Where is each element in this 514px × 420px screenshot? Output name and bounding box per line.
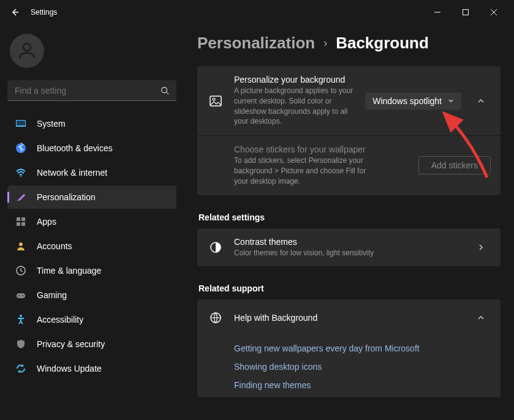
update-icon	[15, 362, 27, 375]
breadcrumb-current: Background	[336, 34, 429, 53]
back-button[interactable]	[6, 4, 23, 21]
sidebar-item-network[interactable]: Network & internet	[7, 161, 176, 184]
related-settings-header: Related settings	[198, 212, 501, 222]
sidebar-item-label: Time & language	[37, 266, 101, 276]
sidebar-item-label: Apps	[37, 217, 56, 227]
personalize-title: Personalize your background	[234, 75, 355, 84]
svg-rect-13	[17, 293, 25, 298]
chevron-up-icon	[477, 97, 485, 105]
search-icon	[161, 86, 169, 95]
personalize-background-row: Personalize your background A picture ba…	[197, 66, 501, 135]
collapse-button[interactable]	[471, 91, 491, 111]
sidebar-item-apps[interactable]: Apps	[7, 210, 176, 233]
minimize-button[interactable]	[423, 2, 452, 22]
contrast-icon	[207, 241, 224, 253]
svg-point-18	[213, 98, 215, 100]
contrast-sub: Color themes for low vision, light sensi…	[234, 248, 461, 258]
sidebar-item-system[interactable]: System	[7, 112, 176, 135]
sidebar-item-label: System	[37, 119, 66, 129]
window-title: Settings	[31, 8, 57, 17]
stickers-sub: To add stickers, select Personalize your…	[234, 156, 375, 186]
system-icon	[15, 118, 27, 130]
sidebar-item-accessibility[interactable]: Accessibility	[7, 308, 176, 331]
svg-rect-9	[17, 222, 20, 226]
close-button[interactable]	[480, 2, 508, 22]
dropdown-value: Windows spotlight	[372, 96, 442, 106]
sidebar-item-accounts[interactable]: Accounts	[7, 234, 176, 258]
help-link-icons[interactable]: Showing desktop icons	[234, 362, 464, 372]
picture-icon	[207, 94, 224, 108]
sidebar-item-label: Accounts	[37, 241, 72, 251]
stickers-row: Choose stickers for your wallpaper To ad…	[197, 135, 501, 195]
accessibility-icon	[15, 313, 27, 326]
svg-point-16	[20, 315, 22, 317]
related-support-header: Related support	[198, 283, 501, 293]
svg-point-6	[20, 176, 21, 177]
shield-icon	[15, 338, 27, 350]
svg-point-1	[23, 43, 31, 51]
personalize-sub: A picture background applies to your cur…	[234, 86, 355, 127]
maximize-button[interactable]	[452, 2, 480, 22]
sidebar-item-label: Network & internet	[37, 168, 107, 178]
svg-point-15	[22, 295, 23, 296]
help-background-row[interactable]: Help with Background	[197, 299, 501, 336]
svg-point-14	[18, 295, 20, 296]
breadcrumb-parent[interactable]: Personalization	[197, 34, 315, 53]
svg-rect-17	[210, 96, 221, 106]
sidebar-item-bluetooth[interactable]: Bluetooth & devices	[7, 137, 176, 160]
paintbrush-icon	[15, 191, 27, 203]
help-title: Help with Background	[234, 313, 461, 323]
svg-rect-8	[21, 217, 25, 221]
sidebar-item-label: Personalization	[37, 192, 96, 202]
sidebar-item-label: Windows Update	[37, 364, 102, 373]
svg-rect-10	[21, 222, 25, 226]
help-link-wallpapers[interactable]: Getting new wallpapers every day from Mi…	[234, 343, 464, 353]
svg-rect-0	[463, 10, 469, 15]
breadcrumb: Personalization › Background	[197, 34, 501, 53]
collapse-help-button[interactable]	[471, 308, 491, 328]
avatar[interactable]	[10, 34, 44, 68]
chevron-right-icon: ›	[323, 37, 327, 50]
background-type-dropdown[interactable]: Windows spotlight	[365, 92, 461, 110]
search-field[interactable]	[15, 86, 161, 96]
svg-rect-7	[17, 217, 20, 221]
sidebar-item-update[interactable]: Windows Update	[7, 357, 176, 380]
accounts-icon	[15, 240, 27, 252]
contrast-title: Contrast themes	[234, 237, 461, 247]
search-input[interactable]	[7, 80, 176, 101]
svg-point-2	[162, 87, 167, 92]
wifi-icon	[15, 167, 27, 179]
stickers-title: Choose stickers for your wallpaper	[234, 144, 409, 154]
svg-rect-4	[17, 121, 25, 126]
help-links: Getting new wallpapers every day from Mi…	[197, 336, 501, 397]
sidebar-item-label: Gaming	[37, 290, 67, 300]
gaming-icon	[15, 289, 27, 301]
sidebar-item-time[interactable]: Time & language	[7, 259, 176, 282]
sidebar-item-label: Accessibility	[37, 315, 83, 324]
apps-icon	[15, 216, 27, 228]
chevron-right-icon	[477, 244, 485, 251]
sidebar-item-label: Privacy & security	[37, 339, 105, 349]
sidebar-item-label: Bluetooth & devices	[37, 143, 113, 153]
chevron-down-icon	[448, 98, 454, 104]
chevron-up-icon	[477, 314, 485, 321]
clock-icon	[15, 264, 27, 277]
contrast-themes-row[interactable]: Contrast themes Color themes for low vis…	[197, 228, 501, 267]
add-stickers-button[interactable]: Add stickers	[418, 156, 491, 174]
svg-point-11	[19, 242, 23, 246]
bluetooth-icon	[15, 142, 27, 154]
sidebar-item-privacy[interactable]: Privacy & security	[7, 332, 176, 356]
sidebar-item-gaming[interactable]: Gaming	[7, 283, 176, 307]
go-button[interactable]	[471, 238, 491, 257]
globe-icon	[207, 312, 224, 324]
help-link-themes[interactable]: Finding new themes	[234, 380, 464, 390]
sidebar-item-personalization[interactable]: Personalization	[7, 186, 176, 209]
